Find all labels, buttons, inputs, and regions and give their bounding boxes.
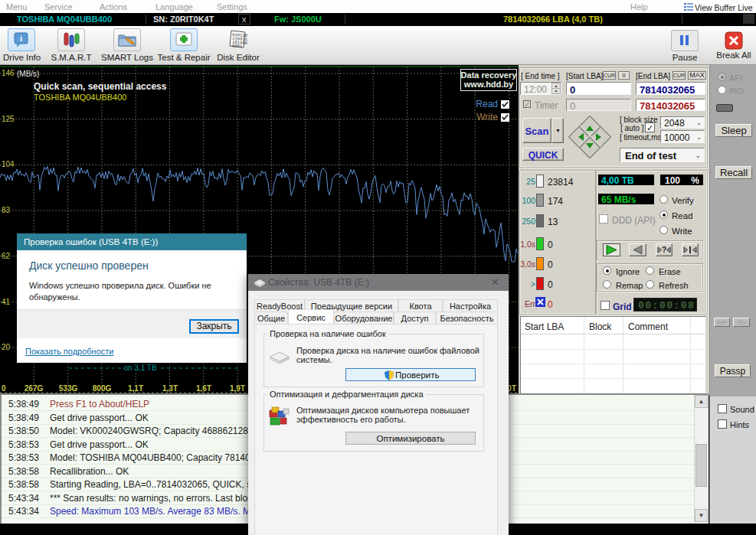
- svg-text:41: 41: [2, 298, 11, 306]
- svg-text:0001: 0001: [232, 44, 243, 50]
- svg-text:Read: Read: [476, 99, 498, 109]
- svg-text:1,1T: 1,1T: [128, 384, 143, 393]
- svg-text:62: 62: [2, 252, 11, 260]
- svg-text:533G: 533G: [59, 384, 78, 393]
- svg-text:i: i: [20, 34, 22, 43]
- svg-text:Data recovery: Data recovery: [461, 70, 518, 80]
- svg-text:Write: Write: [476, 112, 498, 122]
- svg-text:800G: 800G: [93, 384, 112, 393]
- svg-text:83: 83: [2, 206, 11, 214]
- svg-text:1,3T: 1,3T: [162, 384, 178, 393]
- svg-text:(MB/s): (MB/s): [17, 70, 39, 78]
- svg-text:104: 104: [2, 160, 15, 168]
- svg-text:on 3,1 TB: on 3,1 TB: [123, 364, 157, 372]
- svg-text:www.hdd.by: www.hdd.by: [463, 80, 514, 89]
- svg-text:1,9T: 1,9T: [230, 384, 245, 393]
- svg-text:Quick scan, sequential access: Quick scan, sequential access: [34, 81, 167, 92]
- svg-text:146: 146: [2, 69, 15, 77]
- svg-text:?: ?: [662, 246, 666, 254]
- svg-text:0: 0: [2, 384, 6, 393]
- svg-text:267G: 267G: [25, 384, 44, 393]
- svg-text:125: 125: [2, 115, 15, 123]
- svg-text:1,6T: 1,6T: [196, 384, 211, 393]
- svg-text:20: 20: [2, 343, 11, 351]
- svg-text:TOSHIBA MQ04UBB400: TOSHIBA MQ04UBB400: [34, 93, 126, 102]
